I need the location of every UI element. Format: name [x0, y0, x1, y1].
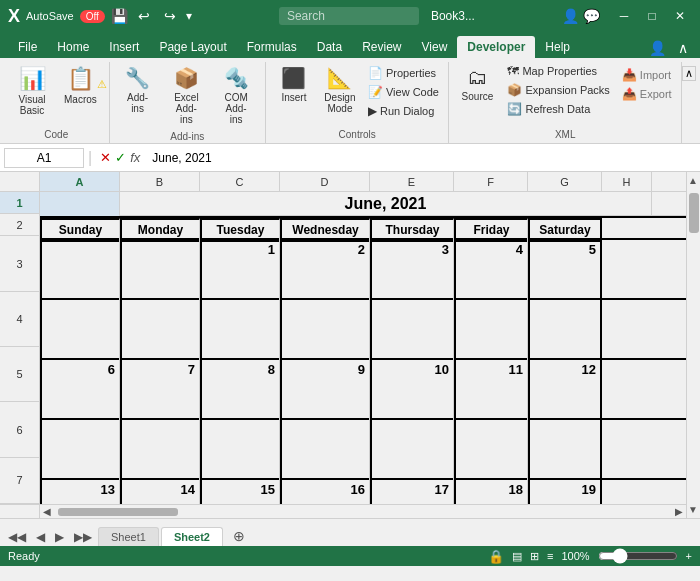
row-header-3[interactable]: 3	[0, 236, 39, 291]
scroll-down-button[interactable]: ▼	[687, 501, 700, 518]
cell-f2-thursday[interactable]: Thursday	[370, 218, 454, 242]
cell-e2-wednesday[interactable]: Wednesday	[280, 218, 370, 242]
share-ribbon-icon[interactable]: 👤	[645, 38, 670, 58]
cell-f7[interactable]: 17	[370, 480, 454, 504]
sheets-scroll-right[interactable]: ▶▶	[70, 528, 96, 546]
properties-button[interactable]: 📄 Properties	[364, 64, 443, 82]
zoom-slider[interactable]	[598, 550, 678, 562]
row-header-1[interactable]: 1	[0, 192, 39, 214]
redo-button[interactable]: ↪	[160, 6, 180, 26]
page-break-view-icon[interactable]: ≡	[547, 550, 553, 562]
vertical-scrollbar[interactable]: ▲ ▼	[686, 172, 700, 518]
col-header-d[interactable]: D	[280, 172, 370, 191]
tab-developer[interactable]: Developer	[457, 36, 535, 58]
layout-view-icon[interactable]: ⊞	[530, 550, 539, 563]
col-header-e[interactable]: E	[370, 172, 454, 191]
h-scroll-track[interactable]	[54, 505, 672, 519]
cell-g3[interactable]: 4	[454, 240, 528, 300]
cell-h4[interactable]	[528, 300, 602, 360]
cell-g2-friday[interactable]: Friday	[454, 218, 528, 242]
tab-formulas[interactable]: Formulas	[237, 36, 307, 58]
cell-d7[interactable]: 15	[200, 480, 280, 504]
tab-data[interactable]: Data	[307, 36, 352, 58]
com-add-ins-button[interactable]: 🔩 COMAdd-ins	[213, 62, 259, 129]
map-properties-button[interactable]: 🗺 Map Properties	[503, 62, 613, 80]
add-ins-button[interactable]: 🔧 Add-ins	[116, 62, 160, 118]
cell-a1[interactable]	[40, 192, 120, 216]
formula-input[interactable]	[148, 149, 696, 167]
tab-page-layout[interactable]: Page Layout	[149, 36, 236, 58]
cell-c4[interactable]	[120, 300, 200, 360]
cell-f6[interactable]	[370, 420, 454, 480]
view-code-button[interactable]: 📝 View Code	[364, 83, 443, 101]
col-header-c[interactable]: C	[200, 172, 280, 191]
cell-h7[interactable]: 19	[528, 480, 602, 504]
cell-h3[interactable]: 5	[528, 240, 602, 300]
cell-e5[interactable]: 9	[280, 360, 370, 420]
cell-b3[interactable]	[40, 240, 120, 300]
col-header-f[interactable]: F	[454, 172, 528, 191]
cell-b5[interactable]: 6	[40, 360, 120, 420]
confirm-formula-icon[interactable]: ✓	[115, 150, 126, 165]
import-button[interactable]: 📥 Import	[618, 66, 676, 84]
share-icon[interactable]: 👤	[562, 8, 579, 24]
horizontal-scrollbar[interactable]: ◀ ▶	[0, 504, 686, 518]
cell-d2-tuesday[interactable]: Tuesday	[200, 218, 280, 242]
cell-g7[interactable]: 18	[454, 480, 528, 504]
cell-c6[interactable]	[120, 420, 200, 480]
visual-basic-button[interactable]: 📊 VisualBasic	[10, 62, 54, 120]
scroll-up-button[interactable]: ▲	[687, 172, 700, 189]
expansion-packs-button[interactable]: 📦 Expansion Packs	[503, 81, 613, 99]
row-header-4[interactable]: 4	[0, 292, 39, 347]
tab-insert[interactable]: Insert	[99, 36, 149, 58]
tab-home[interactable]: Home	[47, 36, 99, 58]
tab-view[interactable]: View	[412, 36, 458, 58]
sheets-scroll-next[interactable]: ▶	[51, 528, 68, 546]
col-header-a[interactable]: A	[40, 172, 120, 191]
scroll-right-button[interactable]: ▶	[672, 505, 686, 518]
add-sheet-button[interactable]: ⊕	[225, 526, 253, 546]
cell-f3[interactable]: 3	[370, 240, 454, 300]
sheets-scroll-left[interactable]: ◀◀	[4, 528, 30, 546]
tab-file[interactable]: File	[8, 36, 47, 58]
export-button[interactable]: 📤 Export	[618, 85, 676, 103]
cell-c3[interactable]	[120, 240, 200, 300]
row-header-7[interactable]: 7	[0, 458, 39, 504]
cell-g4[interactable]	[454, 300, 528, 360]
maximize-button[interactable]: □	[640, 4, 664, 28]
normal-view-icon[interactable]: ▤	[512, 550, 522, 563]
insert-button[interactable]: ⬛ Insert	[272, 62, 316, 107]
sheet-tab-sheet2[interactable]: Sheet2	[161, 527, 223, 546]
run-dialog-button[interactable]: ▶ Run Dialog	[364, 102, 443, 120]
cell-b7[interactable]: 13	[40, 480, 120, 504]
scroll-left-button[interactable]: ◀	[40, 505, 54, 518]
cell-c2-monday[interactable]: Monday	[120, 218, 200, 242]
zoom-in-icon[interactable]: +	[686, 550, 692, 562]
collapse-ribbon-button[interactable]: ∧	[682, 66, 696, 81]
tab-help[interactable]: Help	[535, 36, 580, 58]
cell-g5[interactable]: 11	[454, 360, 528, 420]
cell-e7[interactable]: 16	[280, 480, 370, 504]
cell-g6[interactable]	[454, 420, 528, 480]
cell-title[interactable]: June, 2021	[120, 192, 652, 216]
sheets-scroll-prev[interactable]: ◀	[32, 528, 49, 546]
row-header-2[interactable]: 2	[0, 214, 39, 236]
cell-c7[interactable]: 14	[120, 480, 200, 504]
row-header-5[interactable]: 5	[0, 347, 39, 402]
minimize-button[interactable]: ─	[612, 4, 636, 28]
autosave-toggle[interactable]: Off	[80, 10, 105, 23]
cell-h2-saturday[interactable]: Saturday	[528, 218, 602, 242]
cell-h6[interactable]	[528, 420, 602, 480]
sheet-tab-sheet1[interactable]: Sheet1	[98, 527, 159, 546]
cell-d6[interactable]	[200, 420, 280, 480]
h-scroll-thumb[interactable]	[58, 508, 178, 516]
tab-review[interactable]: Review	[352, 36, 411, 58]
design-mode-button[interactable]: 📐 DesignMode	[318, 62, 362, 118]
refresh-data-button[interactable]: 🔄 Refresh Data	[503, 100, 613, 118]
collapse-ribbon-icon[interactable]: ∧	[674, 38, 692, 58]
col-header-b[interactable]: B	[120, 172, 200, 191]
name-box[interactable]	[4, 148, 84, 168]
close-button[interactable]: ✕	[668, 4, 692, 28]
row-header-6[interactable]: 6	[0, 402, 39, 457]
cell-e6[interactable]	[280, 420, 370, 480]
